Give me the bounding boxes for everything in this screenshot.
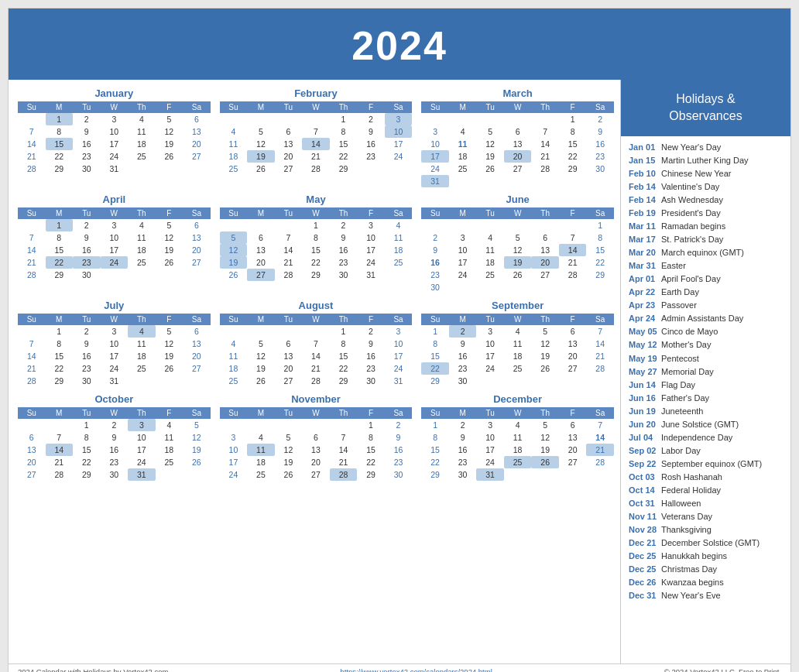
calendar-day: 6 <box>18 431 46 444</box>
calendar-day <box>183 269 211 281</box>
calendar-day: 8 <box>421 338 449 350</box>
calendar-day: 5 <box>531 325 559 338</box>
holiday-name: Labor Day <box>661 444 701 458</box>
day-header: M <box>449 314 477 325</box>
calendar-day: 11 <box>128 338 156 350</box>
footer-link[interactable]: https://www.vertex42.com/calendars/2024.… <box>340 667 492 672</box>
calendar-day: 15 <box>357 444 385 456</box>
calendar-day: 16 <box>385 444 413 456</box>
calendar-day: 24 <box>101 150 129 163</box>
holiday-name: Passover <box>661 299 697 312</box>
calendar-day: 14 <box>18 350 46 362</box>
list-item: Feb 10Chinese New Year <box>629 167 783 180</box>
calendar-day: 9 <box>330 231 358 244</box>
day-header: F <box>156 207 183 219</box>
calendar-day: 16 <box>357 350 385 362</box>
calendar-day: 21 <box>275 256 303 269</box>
calendar-day: 12 <box>156 231 183 244</box>
day-header: W <box>101 207 129 219</box>
calendar-day: 14 <box>302 350 330 362</box>
calendar-day: 14 <box>18 244 46 256</box>
calendar-day: 17 <box>476 350 504 362</box>
list-item: Nov 11Veterans Day <box>629 510 783 523</box>
calendar-day: 28 <box>46 468 74 481</box>
calendar-day: 23 <box>449 456 477 468</box>
month-title: July <box>18 300 211 311</box>
day-header: Su <box>18 314 46 325</box>
calendar-day: 2 <box>73 325 101 338</box>
calendar-day: 8 <box>46 338 74 350</box>
holiday-date: Dec 21 <box>629 537 658 550</box>
calendar-day: 15 <box>302 244 330 256</box>
calendar-day: 12 <box>531 431 559 444</box>
list-item: Mar 11Ramadan begins <box>629 220 783 233</box>
holiday-date: Jun 14 <box>629 379 658 392</box>
calendar-day: 17 <box>101 138 129 150</box>
calendar-day: 24 <box>128 456 156 468</box>
footer-center: https://www.vertex42.com/calendars/2024.… <box>340 667 492 672</box>
day-header: Sa <box>183 407 211 419</box>
calendar-day: 19 <box>504 256 532 269</box>
calendar-day: 1 <box>330 325 358 338</box>
calendar-day: 2 <box>357 113 385 125</box>
day-header: M <box>449 207 477 219</box>
calendar-day: 30 <box>385 468 413 481</box>
calendar-day: 25 <box>449 163 477 175</box>
calendar-day: 24 <box>357 256 385 269</box>
calendar-day <box>302 113 330 125</box>
year-header: 2024 <box>9 9 790 80</box>
calendar-day: 4 <box>504 419 532 431</box>
holiday-date: Jun 19 <box>629 405 658 418</box>
day-header: W <box>302 207 330 219</box>
calendar-day: 10 <box>421 138 449 150</box>
calendar-day <box>18 419 46 431</box>
calendar-day: 19 <box>220 256 248 269</box>
calendar-day: 23 <box>421 269 449 281</box>
calendar-day: 11 <box>220 138 248 150</box>
calendar-day: 11 <box>220 350 248 362</box>
calendar-day: 1 <box>586 219 614 231</box>
holiday-date: Jun 16 <box>629 392 658 405</box>
holiday-date: Jun 20 <box>629 418 658 431</box>
calendar-day: 16 <box>73 350 101 362</box>
calendar-day: 8 <box>330 338 358 350</box>
calendar-day: 25 <box>156 456 183 468</box>
day-header: Sa <box>586 407 614 419</box>
calendar-day: 22 <box>46 362 74 375</box>
calendar-day: 17 <box>385 138 413 150</box>
day-header: Tu <box>73 101 101 113</box>
calendar-day <box>183 468 211 481</box>
calendar-day: 27 <box>18 468 46 481</box>
calendar-day <box>46 419 74 431</box>
calendar-day <box>504 175 532 187</box>
month-table: SuMTuWThFSa12345678910111213141516171819… <box>18 101 211 175</box>
calendar-day: 13 <box>302 444 330 456</box>
day-header: Su <box>421 101 449 113</box>
calendar-day: 12 <box>247 350 275 362</box>
calendar-day: 14 <box>302 138 330 150</box>
calendar-day: 29 <box>421 375 449 387</box>
calendar-day: 11 <box>504 431 532 444</box>
calendar-day: 12 <box>156 338 183 350</box>
calendar-day: 18 <box>128 138 156 150</box>
calendar-day: 22 <box>46 256 74 269</box>
calendar-day <box>559 468 587 481</box>
calendar-day: 20 <box>559 444 587 456</box>
calendar-day: 28 <box>531 163 559 175</box>
calendar-day: 9 <box>101 431 129 444</box>
holiday-date: Feb 14 <box>629 180 658 194</box>
month-table: SuMTuWThFSa12345678910111213141516171819… <box>220 314 413 387</box>
calendar-day: 25 <box>476 269 504 281</box>
holiday-date: Feb 14 <box>629 194 658 207</box>
calendar-day: 21 <box>302 362 330 375</box>
calendar-day: 2 <box>101 419 129 431</box>
month-title: April <box>18 194 211 205</box>
calendar-day <box>156 269 183 281</box>
calendar-day: 16 <box>449 444 477 456</box>
calendar-day: 26 <box>183 456 211 468</box>
calendar-day: 28 <box>18 163 46 175</box>
holiday-date: Nov 11 <box>629 510 658 523</box>
calendar-day: 13 <box>275 138 303 150</box>
day-header: Tu <box>73 207 101 219</box>
calendar-day <box>531 113 559 125</box>
